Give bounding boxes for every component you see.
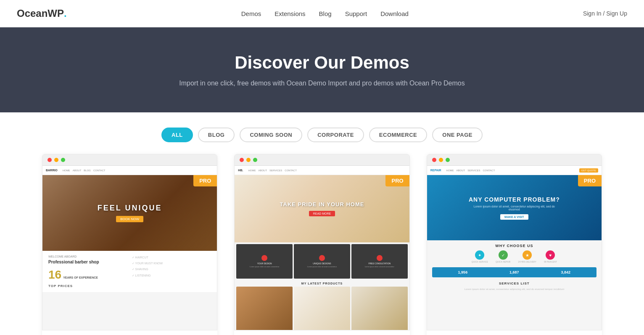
barber-label: BARBER SHOP (42, 330, 217, 335)
dot-green-3 (446, 158, 450, 162)
nav-extensions[interactable]: Extensions (274, 10, 305, 17)
nav-blog[interactable]: Blog (319, 10, 332, 17)
card-window-barber: BARRIO HOME ABOUT BLOG CONTACT FEEL UNIQ… (42, 154, 217, 330)
sign-in-button[interactable]: Sign In / Sign Up (583, 10, 627, 17)
dot-orange-2 (246, 158, 251, 162)
repair-stats-bar: 1,956 1,687 3,842 (432, 267, 596, 277)
nav-support[interactable]: Support (345, 10, 367, 17)
repair-logo: REPAIR (430, 169, 441, 172)
filter-blog[interactable]: BLOG (198, 128, 235, 142)
filter-coming-soon[interactable]: COMING SOON (240, 128, 302, 142)
demo-card-computer-repair[interactable]: REPAIR HOME ABOUT SERVICES CONTACT GET Q… (427, 154, 602, 335)
dot-red-3 (432, 158, 436, 162)
demo-card-barber-shop[interactable]: BARRIO HOME ABOUT BLOG CONTACT FEEL UNIQ… (42, 154, 217, 335)
homes-logo: HB. (238, 169, 243, 172)
repair-icons-row: ✦ QUICK SERVICE ✓ QUICK REPAIR ★ 24 HRS … (432, 250, 596, 263)
repair-tagline: ANY COMPUTER PROBLEM? (469, 196, 560, 203)
dot-red-2 (240, 158, 244, 162)
logo[interactable]: OceanWP. (17, 8, 67, 19)
repair-icon-1: ✦ (475, 250, 484, 260)
barber-cta: BOOK NOW (116, 216, 143, 222)
filter-one-page[interactable]: ONE PAGE (432, 128, 483, 142)
barber-subtitle: Professional barber shop (48, 259, 128, 265)
homes-products-label: MY LATEST PRODUCTS (236, 282, 407, 285)
homes-label: BRIGHT HOMES (234, 330, 409, 335)
card-window-repair: REPAIR HOME ABOUT SERVICES CONTACT GET Q… (427, 154, 602, 330)
homes-pro-badge: PRO (385, 175, 409, 186)
repair-screenshot: REPAIR HOME ABOUT SERVICES CONTACT GET Q… (427, 166, 602, 330)
hero-subtitle: Import in one click, free demos with Oce… (17, 80, 627, 87)
repair-demo-nav: REPAIR HOME ABOUT SERVICES CONTACT GET Q… (427, 166, 602, 175)
barber-logo: BARRIO (46, 169, 58, 172)
hero-title: Discover Our Demos (17, 53, 627, 73)
repair-services-label: SERVICES LIST (432, 282, 596, 285)
repair-icon-2: ✓ (499, 250, 508, 260)
barber-right: ✓ HAIRCUT ✓ YOUR MUST KNOW ✓ SHAVING ✓ L… (132, 255, 211, 288)
barber-hero: FEEL UNIQUE BOOK NOW PRO (42, 175, 217, 251)
window-bar-repair (427, 154, 602, 166)
repair-icon-4: ♥ (546, 250, 555, 260)
repair-stat-1: 1,956 (458, 270, 468, 274)
repair-pro-badge: PRO (578, 175, 602, 186)
nav-download[interactable]: Download (380, 10, 409, 17)
barber-left: WELCOME ABOARD Professional barber shop … (48, 255, 128, 288)
barber-overlay (42, 175, 217, 251)
homes-products: MY LATEST PRODUCTS (235, 280, 409, 330)
navbar: OceanWP. Demos Extensions Blog Support D… (0, 0, 644, 27)
hero-section: Discover Our Demos Import in one click, … (0, 27, 644, 112)
repair-stat-3: 3,842 (561, 270, 570, 274)
filter-all[interactable]: ALL (161, 128, 193, 142)
logo-dot: . (64, 8, 67, 19)
repair-label: COMPUTER REPAIR (427, 330, 602, 335)
nav-demos[interactable]: Demos (241, 10, 261, 17)
repair-why-section: WHY CHOOSE US ✦ QUICK SERVICE ✓ QUICK RE… (427, 240, 602, 265)
window-bar-barber (42, 154, 217, 166)
repair-icon-3: ★ (523, 250, 532, 260)
repair-why-title: WHY CHOOSE US (432, 244, 596, 248)
demos-grid: BARRIO HOME ABOUT BLOG CONTACT FEEL UNIQ… (0, 154, 644, 335)
barber-prices: TOP PRICES (48, 284, 128, 288)
homes-hero: TAKE PRIDE IN YOUR HOME READ MORE PRO (235, 175, 409, 242)
dot-orange (54, 158, 58, 162)
barber-years: 16 (48, 268, 61, 282)
repair-services-section: SERVICES LIST Lorem ipsum dolor sit amet… (427, 280, 602, 294)
repair-hero: ANY COMPUTER PROBLEM? Lorem ipsum dolor … (427, 175, 602, 240)
dot-orange-3 (439, 158, 443, 162)
filter-corporate[interactable]: CORPORATE (307, 128, 364, 142)
homes-screenshot: HB. HOME ABOUT SERVICES CONTACT TAKE PRI… (235, 166, 409, 330)
barber-pro-badge: PRO (193, 175, 217, 186)
barber-content: WELCOME ABOARD Professional barber shop … (42, 251, 217, 292)
homes-demo-nav: HB. HOME ABOUT SERVICES CONTACT (235, 166, 409, 175)
dot-green-2 (253, 158, 257, 162)
dot-red (48, 158, 52, 162)
barber-years-text: YEARS OF EXPERIENCE (63, 276, 98, 279)
demo-card-bright-homes[interactable]: HB. HOME ABOUT SERVICES CONTACT TAKE PRI… (234, 154, 409, 335)
card-window-homes: HB. HOME ABOUT SERVICES CONTACT TAKE PRI… (234, 154, 409, 330)
barber-tagline: FEEL UNIQUE (98, 204, 162, 213)
barber-demo-nav: BARRIO HOME ABOUT BLOG CONTACT (42, 166, 217, 175)
homes-feature-cards: YOUR DESIGN Lorem ipsum dolor sit amet c… (235, 242, 409, 280)
filter-ecommerce[interactable]: ECOMMERCE (369, 128, 427, 142)
barber-screenshot: BARRIO HOME ABOUT BLOG CONTACT FEEL UNIQ… (42, 166, 217, 330)
window-bar-homes (235, 154, 409, 166)
nav-links: Demos Extensions Blog Support Download (241, 10, 409, 17)
repair-stat-2: 1,687 (509, 270, 519, 274)
filter-bar: ALL BLOG COMING SOON CORPORATE ECOMMERCE… (0, 112, 644, 154)
homes-tagline: TAKE PRIDE IN YOUR HOME (280, 201, 364, 207)
logo-text: OceanWP (17, 8, 64, 19)
dot-green (61, 158, 65, 162)
